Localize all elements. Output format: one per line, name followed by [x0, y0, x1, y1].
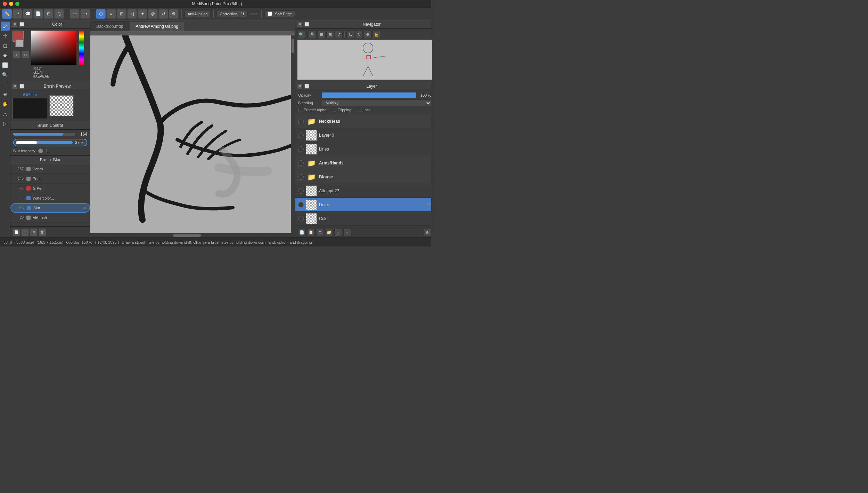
nav-settings[interactable]: ⚙	[364, 31, 371, 38]
brush-item[interactable]: 164 Blur ⚙	[10, 203, 90, 213]
settings-btn[interactable]: ⚙	[169, 9, 179, 19]
layer-close[interactable]: ✕	[297, 84, 302, 89]
layer-item[interactable]: Lines	[295, 142, 434, 156]
brush-list-content[interactable]: 157 Pencil 145 Pen 6.1 G Pen ... Waterco…	[10, 164, 90, 226]
vertical-scrollbar[interactable]: ▲ ▼	[291, 31, 295, 237]
brush-item[interactable]: 157 Pencil	[10, 164, 90, 174]
protect-alpha-checkbox[interactable]: Protect Alpha	[298, 108, 326, 112]
tool-move[interactable]: ✢	[1, 31, 10, 40]
layer-item[interactable]: Layer40	[295, 128, 434, 142]
snap-btn[interactable]: ⊞	[117, 9, 126, 19]
color-panel-detach[interactable]: ⬜	[19, 22, 24, 27]
layer-extra2-btn[interactable]: ↔	[343, 229, 351, 236]
scroll-thumb-h[interactable]	[173, 234, 201, 237]
delete-layer-btn[interactable]: 🗑	[424, 229, 431, 236]
transform-btn[interactable]: ✦	[138, 9, 147, 19]
add-brush-btn[interactable]: 📄	[13, 228, 20, 236]
tool-text[interactable]: T	[1, 80, 10, 89]
tool-select[interactable]: ◻	[1, 41, 10, 50]
brush-settings-btn[interactable]: ⚙	[30, 228, 38, 236]
brush-item[interactable]: 20 Airbrush	[10, 213, 90, 223]
minimize-button[interactable]	[9, 2, 13, 6]
straight-btn[interactable]: ≡	[106, 9, 116, 19]
maximize-button[interactable]	[15, 2, 19, 6]
brush-item[interactable]: 6.1 G Pen	[10, 184, 90, 193]
tool-extra2[interactable]: ▷	[1, 119, 10, 128]
nav-rotate-r[interactable]: ↻	[355, 31, 363, 38]
tool-brush[interactable]: 🖊	[1, 22, 10, 31]
layer-settings-btn[interactable]: ⚙	[316, 229, 324, 236]
clipping-checkbox[interactable]: Clipping	[332, 108, 351, 112]
new-layer-btn[interactable]: 📄	[298, 229, 306, 236]
curve-btn[interactable]: ↺	[158, 9, 168, 19]
hue-slider[interactable]	[79, 31, 84, 65]
bg-color-swatch[interactable]	[15, 39, 24, 47]
tool-fill[interactable]: ◆	[1, 51, 10, 60]
navigator-detach[interactable]: ⬜	[304, 22, 309, 27]
nav-lock[interactable]: 🔒	[372, 31, 380, 38]
canvas-viewport[interactable]: ▲ ▼	[90, 31, 295, 237]
nav-fit[interactable]: ⊞	[318, 31, 325, 38]
tool-zoom[interactable]: ⊕	[1, 90, 10, 99]
layers-btn[interactable]: ⬡	[54, 9, 64, 19]
move-tool-btn[interactable]: ↗	[13, 9, 22, 19]
grid-tool-btn[interactable]: ⊞	[44, 9, 54, 19]
blur-toggle[interactable]	[38, 148, 43, 153]
tool-hand[interactable]: ✋	[1, 99, 10, 108]
layer-active-settings[interactable]: ⚙	[427, 202, 431, 208]
tool-eraser[interactable]: ⬜	[1, 60, 10, 70]
folder-btn[interactable]: 📁	[325, 229, 333, 236]
horizontal-scrollbar[interactable]	[90, 233, 295, 237]
soft-edge-checkbox[interactable]	[268, 11, 272, 16]
scroll-thumb-v[interactable]	[292, 39, 294, 53]
nav-zoom-in[interactable]: 🔍	[297, 31, 305, 38]
color-panel-close[interactable]: ✕	[13, 22, 17, 27]
scroll-up-btn[interactable]: ▲	[291, 31, 295, 35]
trash-btn[interactable]: 🗑	[39, 228, 46, 236]
nav-zoom-out[interactable]: 🔍	[309, 31, 317, 38]
opacity-slider-track[interactable]	[16, 141, 73, 144]
layer-detach[interactable]: ⬜	[304, 84, 309, 89]
layer-item[interactable]: Attempt 2?	[295, 184, 434, 198]
speech-tool-btn[interactable]: 💬	[23, 9, 33, 19]
color-square-btn[interactable]: ◻	[22, 51, 29, 58]
layer-visibility-toggle[interactable]	[298, 216, 304, 221]
tab-andrew[interactable]: Andrew Among Us.png	[130, 21, 184, 31]
tab-backdrop[interactable]: Backdrop.mdp	[90, 21, 129, 31]
nav-actual[interactable]: ⊟	[326, 31, 334, 38]
layer-visibility-toggle[interactable]	[298, 146, 304, 152]
tool-eyedropper[interactable]: 🔍	[1, 70, 10, 79]
layer-item[interactable]: 📁 Arms/Hands	[295, 156, 434, 170]
layer-visibility-toggle[interactable]	[298, 174, 304, 180]
compass-btn[interactable]: ◎	[148, 9, 158, 19]
brush-item-settings[interactable]: ⚙	[83, 206, 87, 210]
redo-btn[interactable]: ↪	[80, 9, 90, 19]
lasso-btn[interactable]: ◁	[127, 9, 137, 19]
nav-flip[interactable]: ⇆	[346, 31, 354, 38]
undo-btn[interactable]: ↩	[70, 9, 80, 19]
blending-select[interactable]: Multiply	[322, 99, 431, 106]
brush-tool-btn[interactable]: ✏️	[2, 9, 12, 19]
size-slider-track[interactable]	[13, 133, 75, 136]
opacity-track[interactable]	[322, 92, 416, 98]
layer-item[interactable]: 📁 Neck/Head	[295, 114, 434, 128]
brush-preview-close[interactable]: ✕	[13, 84, 17, 89]
layer-visibility-toggle[interactable]	[298, 160, 304, 166]
layer-visibility-toggle[interactable]	[298, 119, 304, 124]
color-circle-btn[interactable]: ○	[13, 51, 20, 58]
text-tool-btn[interactable]: 📄	[33, 9, 43, 19]
layer-item[interactable]: Color	[295, 212, 434, 226]
close-button[interactable]	[3, 2, 7, 6]
pen-btn[interactable]: ⬡	[96, 9, 106, 19]
brush-item[interactable]: 145 Pen	[10, 174, 90, 184]
color-gradient[interactable]	[31, 31, 76, 65]
navigator-close[interactable]: ✕	[297, 22, 302, 27]
lock-checkbox[interactable]: Lock	[357, 108, 370, 112]
nav-rotate-l[interactable]: ↺	[335, 31, 343, 38]
brush-item[interactable]: ... Watercolor...	[10, 193, 90, 203]
layer-item[interactable]: Detail ⚙	[295, 198, 434, 212]
layer-visibility-toggle[interactable]	[298, 132, 304, 138]
layer-visibility-toggle[interactable]	[298, 188, 304, 194]
new-layer-2-btn[interactable]: 📋	[307, 229, 315, 236]
layer-extra-btn[interactable]: ↕	[334, 229, 342, 236]
